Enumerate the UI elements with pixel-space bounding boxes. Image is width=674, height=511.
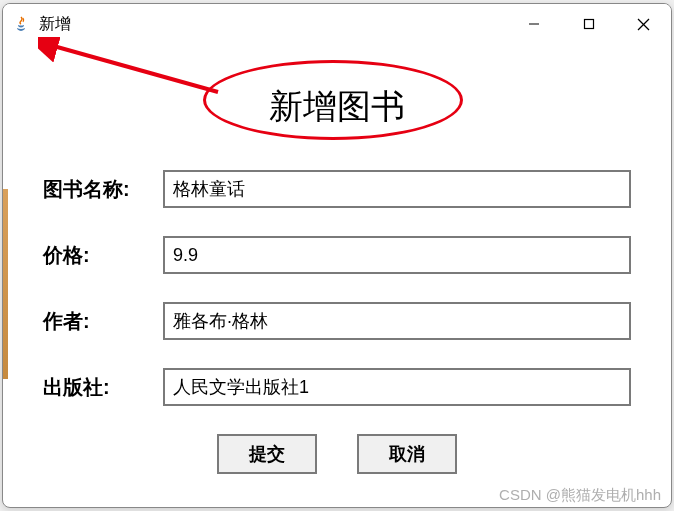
- author-label: 作者:: [43, 308, 163, 335]
- page-title: 新增图书: [43, 84, 631, 130]
- java-icon: [11, 14, 31, 34]
- form-row-author: 作者:: [43, 302, 631, 340]
- price-label: 价格:: [43, 242, 163, 269]
- form-row-publisher: 出版社:: [43, 368, 631, 406]
- svg-rect-1: [584, 20, 593, 29]
- close-button[interactable]: [616, 4, 671, 44]
- form-row-name: 图书名称:: [43, 170, 631, 208]
- form-row-price: 价格:: [43, 236, 631, 274]
- content-area: 新增图书 图书名称: 价格: 作者: 出版社: 提交 取消: [3, 44, 671, 504]
- cancel-button[interactable]: 取消: [357, 434, 457, 474]
- minimize-button[interactable]: [506, 4, 561, 44]
- publisher-input[interactable]: [163, 368, 631, 406]
- titlebar: 新增: [3, 4, 671, 44]
- maximize-button[interactable]: [561, 4, 616, 44]
- publisher-label: 出版社:: [43, 374, 163, 401]
- window-frame: 新增 新增图书 图书名称: 价格: 作者:: [2, 3, 672, 508]
- window-title: 新增: [39, 14, 71, 35]
- name-label: 图书名称:: [43, 176, 163, 203]
- submit-button[interactable]: 提交: [217, 434, 317, 474]
- price-input[interactable]: [163, 236, 631, 274]
- button-row: 提交 取消: [43, 434, 631, 474]
- name-input[interactable]: [163, 170, 631, 208]
- author-input[interactable]: [163, 302, 631, 340]
- window-controls: [506, 4, 671, 44]
